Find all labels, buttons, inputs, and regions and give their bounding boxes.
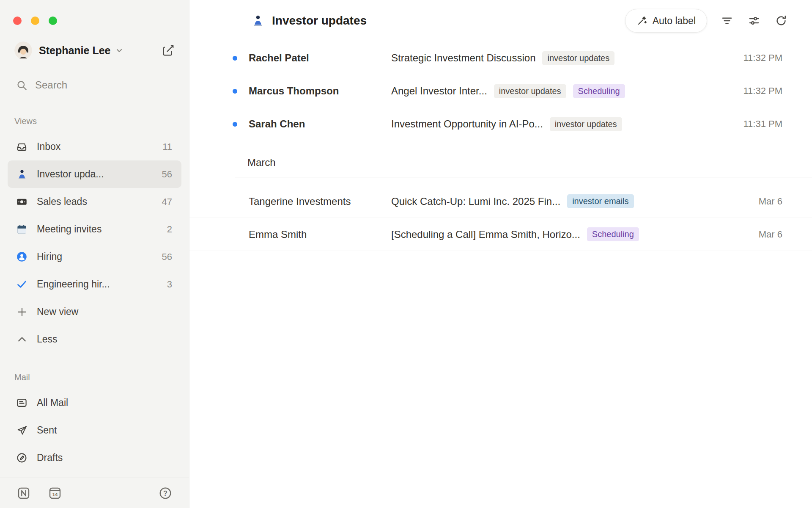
email-subject: [Scheduling a Call] Emma Smith, Horizo..… bbox=[391, 229, 580, 240]
date-divider bbox=[235, 177, 812, 177]
user-name: Stephanie Lee bbox=[39, 44, 111, 57]
mail-nav: All Mail Sent Drafts bbox=[0, 389, 189, 472]
email-row[interactable]: Marcus Thompson Angel Investor Inter... … bbox=[189, 75, 812, 108]
person-circle-icon bbox=[16, 251, 27, 262]
sidebar-item-hiring[interactable]: Hiring 56 bbox=[8, 243, 181, 271]
mail-list-pane: Investor updates Auto label bbox=[189, 0, 812, 508]
email-subject: Angel Investor Inter... bbox=[391, 85, 487, 97]
email-subject: Quick Catch-Up: Lumi Inc. 2025 Fin... bbox=[391, 196, 560, 207]
banknote-icon bbox=[16, 196, 27, 207]
sidebar-item-drafts[interactable]: Drafts bbox=[8, 444, 181, 472]
email-row[interactable]: Emma Smith [Scheduling a Call] Emma Smit… bbox=[189, 218, 812, 251]
sidebar-item-label: Drafts bbox=[37, 452, 63, 464]
search-label: Search bbox=[35, 79, 67, 91]
sidebar-item-count: 3 bbox=[167, 279, 172, 290]
email-sender: Rachel Patel bbox=[249, 52, 391, 64]
compose-icon[interactable] bbox=[162, 44, 175, 57]
sidebar-item-label: Less bbox=[37, 334, 58, 345]
sidebar-item-label: All Mail bbox=[37, 397, 68, 409]
zoom-window-button[interactable] bbox=[49, 17, 57, 25]
avatar bbox=[14, 41, 32, 59]
send-icon bbox=[16, 425, 27, 436]
sidebar-item-inbox[interactable]: Inbox 11 bbox=[8, 133, 181, 160]
sidebar-item-label: Engineering hir... bbox=[37, 279, 110, 290]
search-icon bbox=[16, 80, 27, 91]
chevron-up-icon bbox=[16, 334, 27, 345]
date-group-header: March bbox=[247, 157, 812, 168]
email-subject: Strategic Investment Discussion bbox=[391, 52, 535, 64]
investor-person-icon bbox=[252, 14, 264, 27]
email-time: 11:32 PM bbox=[719, 86, 782, 97]
email-time: 11:32 PM bbox=[719, 52, 782, 64]
auto-label-text: Auto label bbox=[653, 15, 696, 27]
sidebar-item-count: 56 bbox=[162, 251, 172, 262]
unread-dot bbox=[233, 122, 237, 127]
inbox-icon bbox=[16, 141, 27, 152]
unread-dot bbox=[233, 89, 237, 94]
drafts-icon bbox=[16, 452, 27, 464]
list-header: Investor updates Auto label bbox=[189, 0, 812, 41]
email-time: 11:31 PM bbox=[719, 119, 782, 130]
sidebar-item-label: Meeting invites bbox=[37, 224, 102, 235]
email-sender: Tangerine Investments bbox=[249, 196, 391, 207]
sidebar-item-label: Sent bbox=[37, 425, 57, 436]
sidebar-footer: 14 ? bbox=[0, 478, 189, 508]
search-input[interactable]: Search bbox=[0, 77, 189, 93]
investor-person-icon bbox=[16, 168, 27, 180]
auto-label-button[interactable]: Auto label bbox=[625, 9, 707, 33]
filter-icon[interactable] bbox=[720, 14, 734, 28]
auto-label-icon bbox=[636, 15, 647, 26]
chevron-down-icon bbox=[115, 46, 123, 55]
new-view-button[interactable]: New view bbox=[8, 298, 181, 326]
label-tag[interactable]: investor updates bbox=[542, 51, 614, 65]
sliders-icon[interactable] bbox=[747, 14, 761, 28]
email-sender: Emma Smith bbox=[249, 229, 391, 240]
header-actions: Auto label bbox=[625, 9, 788, 33]
email-subject: Investment Opportunity in AI-Po... bbox=[391, 118, 543, 130]
checkmark-icon bbox=[16, 279, 27, 290]
minimize-window-button[interactable] bbox=[31, 17, 39, 25]
email-list-today: Rachel Patel Strategic Investment Discus… bbox=[189, 41, 812, 141]
sidebar-item-investor-updates[interactable]: Investor upda... 56 bbox=[8, 160, 181, 188]
email-time: Mar 6 bbox=[719, 196, 782, 207]
close-window-button[interactable] bbox=[13, 17, 22, 25]
sidebar-item-count: 2 bbox=[167, 224, 172, 235]
email-sender: Sarah Chen bbox=[249, 118, 391, 130]
sidebar-item-label: Hiring bbox=[37, 251, 62, 262]
sidebar-item-count: 56 bbox=[162, 169, 172, 180]
label-tag[interactable]: Scheduling bbox=[573, 84, 625, 98]
sidebar-item-label: Sales leads bbox=[37, 196, 87, 207]
svg-text:14: 14 bbox=[52, 491, 58, 497]
sidebar-item-label: Inbox bbox=[37, 141, 60, 152]
svg-text:?: ? bbox=[163, 489, 167, 497]
email-row[interactable]: Sarah Chen Investment Opportunity in AI-… bbox=[189, 108, 812, 141]
email-row[interactable]: Tangerine Investments Quick Catch-Up: Lu… bbox=[189, 185, 812, 218]
window-controls bbox=[0, 0, 189, 25]
sidebar-item-sales-leads[interactable]: Sales leads 47 bbox=[8, 188, 181, 215]
sidebar-item-count: 47 bbox=[162, 196, 172, 207]
refresh-icon[interactable] bbox=[774, 14, 788, 28]
email-sender: Marcus Thompson bbox=[249, 85, 391, 97]
account-switcher[interactable]: Stephanie Lee bbox=[0, 40, 189, 61]
email-list-march: Tangerine Investments Quick Catch-Up: Lu… bbox=[189, 185, 812, 251]
label-tag[interactable]: Scheduling bbox=[587, 227, 639, 241]
label-tag[interactable]: investor updates bbox=[550, 117, 622, 131]
label-tag[interactable]: investor emails bbox=[567, 194, 634, 208]
app-window: Stephanie Lee Search Views bbox=[0, 0, 812, 508]
mail-section-label: Mail bbox=[0, 373, 189, 382]
notion-icon[interactable] bbox=[17, 486, 30, 500]
views-nav: Inbox 11 Investor upda... 56 bbox=[0, 133, 189, 353]
sidebar-item-label: Investor upda... bbox=[37, 168, 104, 180]
calendar-14-icon[interactable]: 14 bbox=[48, 486, 62, 500]
email-time: Mar 6 bbox=[719, 229, 782, 240]
help-icon[interactable]: ? bbox=[159, 486, 172, 500]
label-tag[interactable]: investor updates bbox=[494, 84, 566, 98]
sidebar-item-engineering-hiring[interactable]: Engineering hir... 3 bbox=[8, 271, 181, 298]
less-button[interactable]: Less bbox=[8, 326, 181, 353]
sidebar-item-meeting-invites[interactable]: Meeting invites 2 bbox=[8, 215, 181, 243]
sidebar-item-all-mail[interactable]: All Mail bbox=[8, 389, 181, 417]
all-mail-icon bbox=[16, 397, 27, 409]
email-row[interactable]: Rachel Patel Strategic Investment Discus… bbox=[189, 41, 812, 75]
sidebar-item-sent[interactable]: Sent bbox=[8, 417, 181, 444]
page-title: Investor updates bbox=[272, 14, 367, 28]
